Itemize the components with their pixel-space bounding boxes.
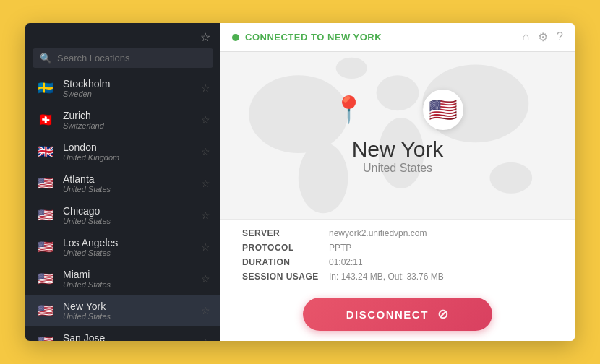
map-icons-row: 📍 🇺🇸 bbox=[333, 90, 463, 130]
location-info-zurich: Zurich Switzerland bbox=[63, 110, 201, 130]
location-item-zurich[interactable]: 🇨🇭 Zurich Switzerland ☆ bbox=[25, 104, 220, 136]
flag-atlanta: 🇺🇸 bbox=[35, 173, 56, 194]
search-icon: 🔍 bbox=[40, 53, 51, 64]
flag-london: 🇬🇧 bbox=[35, 142, 56, 162]
search-input[interactable] bbox=[57, 53, 206, 64]
disconnect-icon: ⊘ bbox=[437, 306, 450, 322]
sidebar: ☆ 🔍 🇸🇪 Stockholm Sweden ☆ 🇨🇭 Zurich Swit… bbox=[25, 23, 220, 341]
location-item-san-jose[interactable]: 🇺🇸 San Jose United States ☆ bbox=[25, 326, 220, 341]
location-info-los-angeles: Los Angeles United States bbox=[63, 237, 201, 257]
star-icon-los-angeles[interactable]: ☆ bbox=[201, 241, 210, 253]
server-value: newyork2.unifiedvpn.com bbox=[329, 228, 553, 238]
location-country-stockholm: Sweden bbox=[63, 90, 201, 98]
location-name-chicago: Chicago bbox=[63, 205, 201, 217]
star-icon-miami[interactable]: ☆ bbox=[201, 273, 210, 285]
svg-point-6 bbox=[336, 58, 367, 79]
star-icon-stockholm[interactable]: ☆ bbox=[201, 82, 210, 94]
city-name: New York bbox=[352, 137, 444, 162]
sidebar-header: ☆ bbox=[25, 23, 220, 48]
server-label: SERVER bbox=[242, 228, 329, 238]
connection-status-text: CONNECTED TO NEW YORK bbox=[245, 32, 382, 43]
location-item-miami[interactable]: 🇺🇸 Miami United States ☆ bbox=[25, 263, 220, 295]
location-item-chicago[interactable]: 🇺🇸 Chicago United States ☆ bbox=[25, 199, 220, 231]
location-country-miami: United States bbox=[63, 280, 201, 289]
country-name: United States bbox=[363, 162, 432, 175]
flag-san-jose: 🇺🇸 bbox=[35, 332, 56, 341]
flag-los-angeles: 🇺🇸 bbox=[35, 237, 56, 257]
disconnect-bar: DISCONNECT ⊘ bbox=[220, 290, 575, 341]
star-icon-atlanta[interactable]: ☆ bbox=[201, 178, 210, 189]
location-name-zurich: Zurich bbox=[63, 110, 201, 121]
app-window: ☆ 🔍 🇸🇪 Stockholm Sweden ☆ 🇨🇭 Zurich Swit… bbox=[25, 23, 575, 341]
country-flag-circle: 🇺🇸 bbox=[423, 90, 463, 130]
location-country-new-york: United States bbox=[63, 312, 201, 321]
flag-zurich: 🇨🇭 bbox=[35, 110, 56, 130]
svg-point-5 bbox=[489, 162, 532, 194]
duration-label: DURATION bbox=[242, 257, 329, 267]
info-table: SERVER newyork2.unifiedvpn.com PROTOCOL … bbox=[242, 228, 553, 282]
search-bar: 🔍 bbox=[33, 48, 213, 68]
duration-value: 01:02:11 bbox=[329, 257, 553, 267]
location-info-san-jose: San Jose United States bbox=[63, 332, 201, 341]
star-icon-san-jose[interactable]: ☆ bbox=[201, 337, 210, 341]
help-icon[interactable]: ? bbox=[557, 30, 563, 44]
location-item-atlanta[interactable]: 🇺🇸 Atlanta United States ☆ bbox=[25, 168, 220, 199]
session-value: In: 143.24 MB, Out: 33.76 MB bbox=[329, 272, 553, 282]
location-country-atlanta: United States bbox=[63, 185, 201, 194]
top-icons: ⌂ ⚙ ? bbox=[522, 30, 563, 44]
location-list: 🇸🇪 Stockholm Sweden ☆ 🇨🇭 Zurich Switzerl… bbox=[25, 72, 220, 341]
map-area: 📍 🇺🇸 New York United States bbox=[220, 52, 575, 219]
top-bar: CONNECTED TO NEW YORK ⌂ ⚙ ? bbox=[220, 23, 575, 52]
protocol-label: PROTOCOL bbox=[242, 243, 329, 253]
location-item-los-angeles[interactable]: 🇺🇸 Los Angeles United States ☆ bbox=[25, 231, 220, 263]
location-country-los-angeles: United States bbox=[63, 248, 201, 257]
connection-status: CONNECTED TO NEW YORK bbox=[232, 32, 382, 43]
star-icon-new-york[interactable]: ☆ bbox=[201, 305, 210, 316]
star-icon-zurich[interactable]: ☆ bbox=[201, 114, 210, 126]
location-item-new-york[interactable]: 🇺🇸 New York United States ☆ bbox=[25, 295, 220, 326]
home-icon[interactable]: ⌂ bbox=[522, 30, 529, 44]
location-name-london: London bbox=[63, 142, 201, 153]
location-item-stockholm[interactable]: 🇸🇪 Stockholm Sweden ☆ bbox=[25, 72, 220, 104]
star-icon-chicago[interactable]: ☆ bbox=[201, 209, 210, 221]
location-name-atlanta: Atlanta bbox=[63, 173, 201, 185]
location-info-london: London United Kingdom bbox=[63, 142, 201, 162]
protocol-value: PPTP bbox=[329, 243, 553, 253]
location-pin-icon: 📍 bbox=[333, 95, 365, 125]
location-country-zurich: Switzerland bbox=[63, 121, 201, 130]
location-info-stockholm: Stockholm Sweden bbox=[63, 78, 201, 98]
flag-new-york: 🇺🇸 bbox=[35, 300, 56, 321]
flag-miami: 🇺🇸 bbox=[35, 269, 56, 289]
favorites-icon[interactable]: ☆ bbox=[200, 30, 210, 44]
star-icon-london[interactable]: ☆ bbox=[201, 146, 210, 157]
location-name-stockholm: Stockholm bbox=[63, 78, 201, 90]
disconnect-label: DISCONNECT bbox=[346, 308, 429, 321]
location-name-los-angeles: Los Angeles bbox=[63, 237, 201, 248]
location-name-new-york: New York bbox=[63, 300, 201, 312]
session-label: SESSION USAGE bbox=[242, 272, 329, 282]
map-content: 📍 🇺🇸 New York United States bbox=[333, 90, 463, 182]
status-dot bbox=[232, 34, 239, 41]
location-country-chicago: United States bbox=[63, 217, 201, 225]
settings-icon[interactable]: ⚙ bbox=[538, 30, 548, 44]
location-item-london[interactable]: 🇬🇧 London United Kingdom ☆ bbox=[25, 136, 220, 168]
location-info-chicago: Chicago United States bbox=[63, 205, 201, 225]
flag-stockholm: 🇸🇪 bbox=[35, 78, 56, 98]
location-info-new-york: New York United States bbox=[63, 300, 201, 321]
location-info-atlanta: Atlanta United States bbox=[63, 173, 201, 194]
disconnect-button[interactable]: DISCONNECT ⊘ bbox=[303, 298, 493, 331]
location-info-miami: Miami United States bbox=[63, 269, 201, 289]
location-name-miami: Miami bbox=[63, 269, 201, 280]
info-panel: SERVER newyork2.unifiedvpn.com PROTOCOL … bbox=[220, 219, 575, 290]
location-name-san-jose: San Jose bbox=[63, 332, 201, 341]
flag-chicago: 🇺🇸 bbox=[35, 205, 56, 225]
location-country-london: United Kingdom bbox=[63, 153, 201, 162]
main-panel: CONNECTED TO NEW YORK ⌂ ⚙ ? bbox=[220, 23, 575, 341]
